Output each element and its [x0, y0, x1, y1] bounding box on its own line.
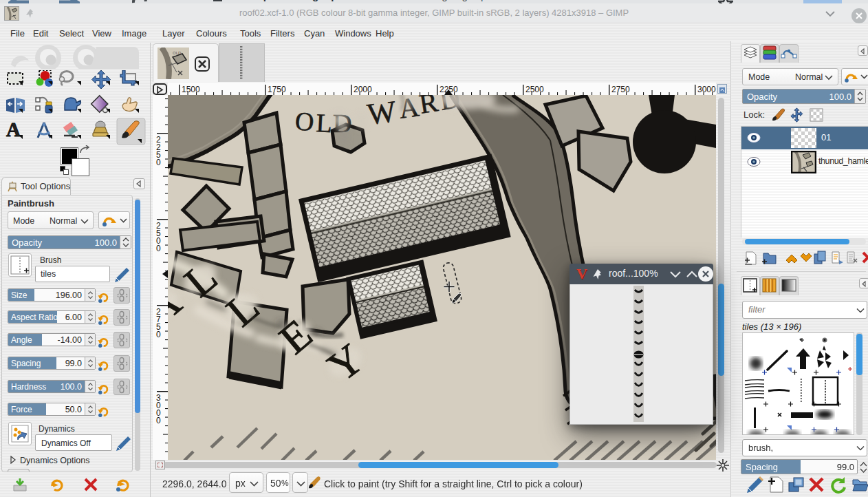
- svg-text:0: 0: [156, 330, 161, 339]
- svg-text:W: W: [365, 95, 398, 131]
- svg-text:O: O: [294, 106, 315, 136]
- svg-text:0: 0: [156, 244, 161, 253]
- svg-text:1750: 1750: [268, 85, 286, 94]
- svg-text:2750: 2750: [611, 85, 630, 94]
- svg-text:OLD: OLD: [173, 51, 182, 55]
- svg-text:3000: 3000: [697, 85, 716, 94]
- svg-text:2000: 2000: [354, 85, 372, 94]
- svg-text:L: L: [316, 108, 333, 138]
- svg-text:0: 0: [156, 158, 161, 167]
- svg-text:2500: 2500: [525, 85, 544, 94]
- svg-text:A: A: [6, 118, 21, 140]
- svg-text:1500: 1500: [182, 85, 200, 94]
- svg-text:0: 0: [156, 416, 161, 425]
